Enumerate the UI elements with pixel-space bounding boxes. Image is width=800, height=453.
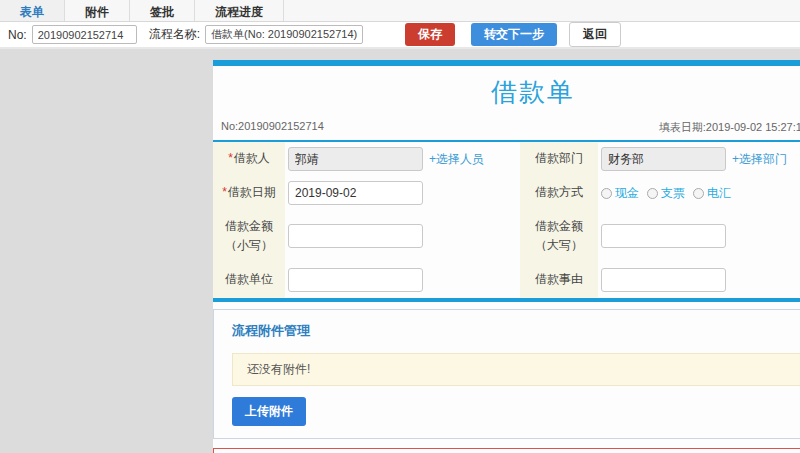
forward-next-step-button[interactable]: 转交下一步 xyxy=(471,23,557,46)
borrower-input[interactable] xyxy=(288,147,423,171)
radio-button-icon[interactable] xyxy=(647,188,658,199)
save-button[interactable]: 保存 xyxy=(405,23,455,46)
required-asterisk: * xyxy=(228,151,233,165)
action-toolbar: No: 流程名称: 保存 转交下一步 返回 xyxy=(0,22,800,49)
radio-button-icon[interactable] xyxy=(693,188,704,199)
amount-lowercase-label: 借款金额（小写） xyxy=(213,210,285,262)
loan-unit-input[interactable] xyxy=(288,268,423,292)
department-label: 借款部门 xyxy=(520,142,598,176)
attachments-section: 流程附件管理 还没有附件! 上传附件 xyxy=(213,309,800,439)
document-number: No:20190902152714 xyxy=(221,120,324,135)
radio-cash[interactable]: 现金 xyxy=(601,185,639,202)
tab-form[interactable]: 表单 xyxy=(0,0,65,21)
flow-name-input[interactable] xyxy=(205,25,363,44)
loan-date-label: *借款日期 xyxy=(213,176,285,210)
loan-form-document: 借款单 No:20190902152714 填表日期:2019-09-02 15… xyxy=(213,60,800,453)
tab-progress[interactable]: 流程进度 xyxy=(195,0,284,21)
loan-form-table: *借款人 +选择人员 借款部门 +选择部门 *借款日期 借款方式 现金 xyxy=(213,140,800,302)
radio-cheque[interactable]: 支票 xyxy=(647,185,685,202)
tab-bar: 表单 附件 签批 流程进度 xyxy=(0,0,800,22)
borrower-label: *借款人 xyxy=(213,142,285,176)
page-title: 借款单 xyxy=(213,66,800,116)
payment-method-label: 借款方式 xyxy=(520,176,598,210)
loan-reason-input[interactable] xyxy=(601,268,726,292)
no-label: No: xyxy=(8,28,27,42)
no-input[interactable] xyxy=(32,25,137,44)
tab-attachments[interactable]: 附件 xyxy=(65,0,130,21)
attachments-heading: 流程附件管理 xyxy=(232,322,800,340)
loan-unit-label: 借款单位 xyxy=(213,262,285,298)
loan-date-input[interactable] xyxy=(288,181,423,205)
loan-reason-label: 借款事由 xyxy=(520,262,598,298)
back-button[interactable]: 返回 xyxy=(569,22,621,47)
required-asterisk: * xyxy=(222,185,227,199)
approval-section: 流程签批意见 B I abc A xyxy=(213,448,800,453)
select-department-link[interactable]: +选择部门 xyxy=(732,151,787,168)
radio-button-icon[interactable] xyxy=(601,188,612,199)
amount-lowercase-input[interactable] xyxy=(288,224,423,248)
department-input[interactable] xyxy=(601,147,726,171)
tab-approval[interactable]: 签批 xyxy=(130,0,195,21)
fill-date: 填表日期:2019-09-02 15:27:14 xyxy=(659,120,800,135)
payment-method-options: 现金 支票 电汇 xyxy=(601,185,731,202)
document-meta: No:20190902152714 填表日期:2019-09-02 15:27:… xyxy=(213,116,800,140)
radio-wire-transfer[interactable]: 电汇 xyxy=(693,185,731,202)
upload-attachment-button[interactable]: 上传附件 xyxy=(232,397,306,426)
flow-name-label: 流程名称: xyxy=(149,26,200,43)
amount-uppercase-input[interactable] xyxy=(601,224,726,248)
no-attachments-alert: 还没有附件! xyxy=(232,353,800,386)
select-person-link[interactable]: +选择人员 xyxy=(429,151,484,168)
amount-uppercase-label: 借款金额（大写） xyxy=(520,210,598,262)
